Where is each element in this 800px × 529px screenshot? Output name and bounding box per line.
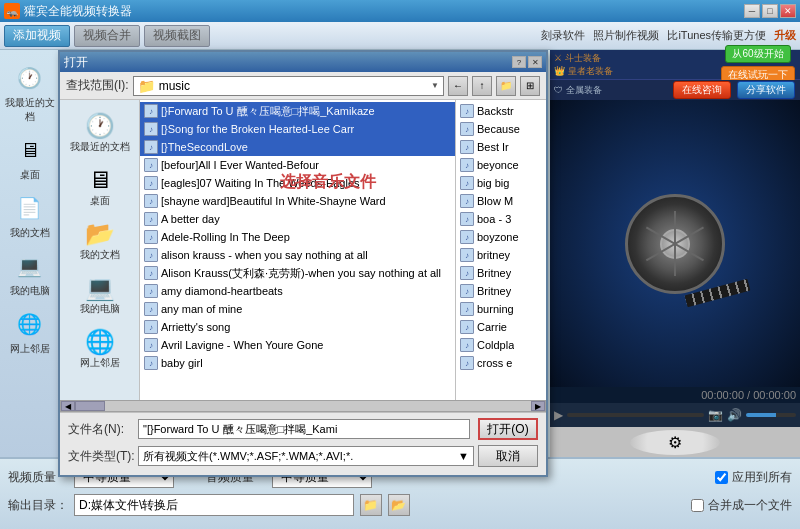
list-item[interactable]: ♪ alison krauss - when you say nothing a… [140, 246, 455, 264]
minimize-button[interactable]: ─ [744, 4, 760, 18]
nav-computer-label: 我的电脑 [80, 302, 120, 316]
filename-input[interactable] [138, 419, 470, 439]
close-button[interactable]: ✕ [780, 4, 796, 18]
app-icon: 🦡 [4, 3, 20, 19]
nav-network[interactable]: 🌐 网上邻居 [64, 324, 136, 374]
nav-recent-icon: 🕐 [85, 112, 115, 140]
list-item[interactable]: ♪ Carrie [456, 318, 546, 336]
consult-button[interactable]: 在线咨询 [673, 81, 731, 99]
list-item[interactable]: ♪ amy diamond-heartbeats [140, 282, 455, 300]
list-item[interactable]: ♪ Britney [456, 264, 546, 282]
list-item[interactable]: ♪ A better day [140, 210, 455, 228]
nav-desktop[interactable]: 🖥 桌面 [64, 162, 136, 212]
file-icon: ♪ [460, 158, 474, 172]
dialog-title: 打开 [64, 54, 88, 71]
list-item[interactable]: ♪ britney [456, 246, 546, 264]
merge-label: 合并成一个文件 [708, 497, 792, 514]
list-item[interactable]: ♪ [befour]All I Ever Wanted-Befour [140, 156, 455, 174]
share-button[interactable]: 分享软件 [737, 81, 795, 99]
list-item[interactable]: ♪ Blow M [456, 192, 546, 210]
file-list-area: ♪ [}Forward To U 醺々压喝意□拌喝_Kamikaze ♪ [}S… [140, 100, 546, 400]
main-toolbar: 添加视频 视频合并 视频截图 刻录软件 照片制作视频 比iTunes传输更方便 … [0, 22, 800, 50]
list-item[interactable]: ♪ boyzone [456, 228, 546, 246]
nav-recent[interactable]: 🕐 我最近的文档 [64, 108, 136, 158]
horizontal-scrollbar[interactable]: ◀ ▶ [60, 400, 546, 412]
filetype-combo[interactable]: 所有视频文件(*.WMV;*.ASF;*.WMA;*.AVI;*. ▼ [138, 446, 474, 466]
nav-documents[interactable]: 📂 我的文档 [64, 216, 136, 266]
sidebar-computer-label: 我的电脑 [10, 284, 50, 298]
dialog-help-button[interactable]: ? [512, 56, 526, 68]
sidebar-item-recent[interactable]: 🕐 我最近的文档 [3, 58, 57, 128]
list-item[interactable]: ♪ [shayne ward]Beautiful In White-Shayne… [140, 192, 455, 210]
list-item[interactable]: ♪ Coldpla [456, 336, 546, 354]
sidebar-item-desktop[interactable]: 🖥 桌面 [3, 130, 57, 186]
list-item[interactable]: ♪ [eagles]07 Waiting In The Weeds-Eagles [140, 174, 455, 192]
time-display: 00:00:00 / 00:00:00 [550, 387, 800, 403]
filename-label: 文件名(N): [68, 421, 138, 438]
merge-files-checkbox[interactable] [691, 499, 704, 512]
video-merge-button[interactable]: 视频合并 [74, 25, 140, 47]
list-item[interactable]: ♪ Avril Lavigne - When Youre Gone [140, 336, 455, 354]
upgrade-link[interactable]: 升级 [774, 28, 796, 43]
documents-icon: 📄 [14, 192, 46, 224]
sidebar-recent-label: 我最近的文档 [5, 96, 55, 124]
list-item[interactable]: ♪ beyonce [456, 156, 546, 174]
list-item[interactable]: ♪ Arrietty's song [140, 318, 455, 336]
list-item[interactable]: ♪ Because [456, 120, 546, 138]
list-item[interactable]: ♪ [}TheSecondLove [140, 138, 455, 156]
sidebar-item-computer[interactable]: 💻 我的电脑 [3, 246, 57, 302]
list-item[interactable]: ♪ any man of mine [140, 300, 455, 318]
camera-button[interactable]: 📷 [708, 408, 723, 422]
nav-computer-icon: 💻 [85, 274, 115, 302]
list-item[interactable]: ♪ big big [456, 174, 546, 192]
photo-link[interactable]: 照片制作视频 [593, 28, 659, 43]
file-icon: ♪ [460, 104, 474, 118]
open-button[interactable]: 打开(O) [478, 418, 538, 440]
progress-bar[interactable] [567, 413, 704, 417]
browse-folder-button[interactable]: 📁 [360, 494, 382, 516]
cancel-button[interactable]: 取消 [478, 445, 538, 467]
add-video-button[interactable]: 添加视频 [4, 25, 70, 47]
list-item[interactable]: ♪ [}Forward To U 醺々压喝意□拌喝_Kamikaze [140, 102, 455, 120]
list-item[interactable]: ♪ cross e [456, 354, 546, 372]
file-icon: ♪ [144, 320, 158, 334]
file-icon: ♪ [460, 230, 474, 244]
list-item[interactable]: ♪ boa - 3 [456, 210, 546, 228]
file-list-right[interactable]: ♪ Backstr ♪ Because ♪ Best Ir ♪ beyonce [456, 100, 546, 400]
file-icon: ♪ [460, 248, 474, 262]
list-item[interactable]: ♪ [}Song for the Broken Hearted-Lee Carr [140, 120, 455, 138]
file-icon: ♪ [144, 122, 158, 136]
nav-up-button[interactable]: ↑ [472, 76, 492, 96]
sidebar-item-network[interactable]: 🌐 网上邻居 [3, 304, 57, 360]
file-list-left[interactable]: ♪ [}Forward To U 醺々压喝意□拌喝_Kamikaze ♪ [}S… [140, 100, 456, 400]
view-toggle-button[interactable]: ⊞ [520, 76, 540, 96]
list-item[interactable]: ♪ Britney [456, 282, 546, 300]
nav-back-button[interactable]: ← [448, 76, 468, 96]
open-folder-button[interactable]: 📂 [388, 494, 410, 516]
screenshot-button[interactable]: 视频截图 [144, 25, 210, 47]
file-icon: ♪ [144, 140, 158, 154]
list-item[interactable]: ♪ Backstr [456, 102, 546, 120]
output-path-input[interactable] [74, 494, 354, 516]
new-folder-button[interactable]: 📁 [496, 76, 516, 96]
nav-network-label: 网上邻居 [80, 356, 120, 370]
path-combo[interactable]: 📁 music ▼ [133, 76, 444, 96]
itunes-link[interactable]: 比iTunes传输更方便 [667, 28, 766, 43]
volume-slider[interactable] [746, 413, 796, 417]
maximize-button[interactable]: □ [762, 4, 778, 18]
sidebar-item-documents[interactable]: 📄 我的文档 [3, 188, 57, 244]
list-item[interactable]: ♪ burning [456, 300, 546, 318]
file-icon: ♪ [460, 140, 474, 154]
record-link[interactable]: 刻录软件 [541, 28, 585, 43]
play-button[interactable]: ▶ [554, 408, 563, 422]
dialog-close-button[interactable]: ✕ [528, 56, 542, 68]
left-sidebar: 🕐 我最近的文档 🖥 桌面 📄 我的文档 💻 我的电脑 🌐 网上邻居 [0, 50, 60, 457]
start-game-button[interactable]: 从60级开始 [725, 45, 790, 63]
nav-computer[interactable]: 💻 我的电脑 [64, 270, 136, 320]
apply-all-checkbox[interactable] [715, 471, 728, 484]
list-item[interactable]: ♪ baby girl [140, 354, 455, 372]
list-item[interactable]: ♪ Best Ir [456, 138, 546, 156]
list-item[interactable]: ♪ Adele-Rolling In The Deep [140, 228, 455, 246]
nav-recent-label: 我最近的文档 [70, 140, 130, 154]
list-item[interactable]: ♪ Alison Krauss(艾利森·克劳斯)-when you say no… [140, 264, 455, 282]
